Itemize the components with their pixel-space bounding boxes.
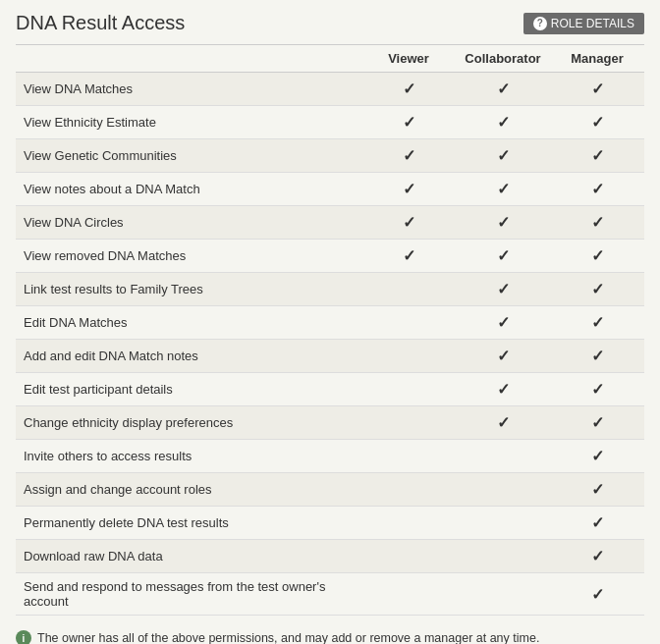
check-manager: ✓ (550, 573, 644, 616)
checkmark-icon: ✓ (591, 380, 604, 399)
check-manager: ✓ (550, 139, 644, 173)
col-viewer: Viewer (361, 45, 456, 73)
checkmark-icon: ✓ (497, 313, 510, 332)
table-row: Send and respond to messages from the te… (16, 573, 644, 616)
check-collaborator: ✓ (456, 240, 550, 273)
check-collaborator (456, 507, 550, 540)
feature-cell: Edit DNA Matches (16, 306, 361, 340)
check-collaborator: ✓ (456, 206, 550, 240)
check-collaborator (456, 473, 550, 507)
feature-cell: Add and edit DNA Match notes (16, 340, 361, 373)
table-row: Download raw DNA data✓ (16, 540, 644, 573)
feature-cell: Permanently delete DNA test results (16, 507, 361, 540)
check-viewer: ✓ (361, 240, 456, 273)
info-icon: ? (533, 17, 547, 30)
check-viewer (361, 406, 456, 440)
check-viewer (361, 373, 456, 406)
table-row: View removed DNA Matches✓✓✓ (16, 240, 644, 273)
feature-cell: Assign and change account roles (16, 473, 361, 507)
check-collaborator: ✓ (456, 306, 550, 340)
check-manager: ✓ (550, 440, 644, 473)
table-row: Add and edit DNA Match notes✓✓ (16, 340, 644, 373)
checkmark-icon: ✓ (403, 113, 415, 132)
checkmark-icon: ✓ (591, 246, 604, 265)
checkmark-icon: ✓ (591, 280, 604, 298)
permissions-table-wrapper: Viewer Collaborator Manager View DNA Mat… (16, 44, 644, 616)
checkmark-icon: ✓ (591, 80, 604, 98)
feature-cell: View notes about a DNA Match (16, 173, 361, 206)
checkmark-icon: ✓ (591, 213, 604, 232)
check-viewer: ✓ (361, 106, 456, 139)
feature-cell: Send and respond to messages from the te… (16, 573, 361, 616)
feature-cell: View removed DNA Matches (16, 240, 361, 273)
checkmark-icon: ✓ (591, 547, 604, 565)
check-collaborator: ✓ (456, 373, 550, 406)
check-manager: ✓ (550, 306, 644, 340)
check-manager: ✓ (550, 106, 644, 139)
checkmark-icon: ✓ (591, 447, 604, 465)
table-row: View Genetic Communities✓✓✓ (16, 139, 644, 173)
checkmark-icon: ✓ (497, 280, 510, 298)
check-viewer (361, 507, 456, 540)
check-collaborator (456, 440, 550, 473)
footer-info-icon: i (16, 630, 31, 644)
check-manager: ✓ (550, 373, 644, 406)
check-collaborator (456, 573, 550, 616)
checkmark-icon: ✓ (403, 80, 415, 98)
col-collaborator: Collaborator (456, 45, 550, 73)
check-viewer: ✓ (361, 206, 456, 240)
role-details-button[interactable]: ? ROLE DETAILS (523, 13, 644, 34)
col-feature (16, 45, 361, 73)
table-row: Edit test participant details✓✓ (16, 373, 644, 406)
check-manager: ✓ (550, 340, 644, 373)
check-viewer (361, 340, 456, 373)
checkmark-icon: ✓ (497, 347, 510, 365)
check-viewer (361, 440, 456, 473)
check-viewer (361, 473, 456, 507)
page-title: DNA Result Access (16, 12, 185, 34)
checkmark-icon: ✓ (403, 146, 415, 165)
check-viewer: ✓ (361, 73, 456, 106)
checkmark-icon: ✓ (497, 380, 510, 399)
feature-cell: Change ethnicity display preferences (16, 406, 361, 440)
feature-cell: Invite others to access results (16, 440, 361, 473)
table-row: View notes about a DNA Match✓✓✓ (16, 173, 644, 206)
checkmark-icon: ✓ (497, 180, 510, 198)
table-row: View DNA Matches✓✓✓ (16, 73, 644, 106)
checkmark-icon: ✓ (591, 480, 604, 499)
feature-cell: View DNA Matches (16, 73, 361, 106)
checkmark-icon: ✓ (497, 113, 510, 132)
table-row: Permanently delete DNA test results✓ (16, 507, 644, 540)
main-container: DNA Result Access ? ROLE DETAILS Viewer … (0, 0, 660, 644)
checkmark-icon: ✓ (591, 585, 604, 604)
checkmark-icon: ✓ (591, 146, 604, 165)
check-collaborator: ✓ (456, 139, 550, 173)
feature-cell: Link test results to Family Trees (16, 273, 361, 306)
check-collaborator (456, 540, 550, 573)
table-row: Change ethnicity display preferences✓✓ (16, 406, 644, 440)
check-manager: ✓ (550, 173, 644, 206)
check-collaborator: ✓ (456, 106, 550, 139)
feature-cell: Edit test participant details (16, 373, 361, 406)
check-manager: ✓ (550, 406, 644, 440)
check-viewer: ✓ (361, 173, 456, 206)
col-manager: Manager (550, 45, 644, 73)
check-viewer: ✓ (361, 139, 456, 173)
feature-cell: View Ethnicity Estimate (16, 106, 361, 139)
check-viewer (361, 540, 456, 573)
check-collaborator: ✓ (456, 340, 550, 373)
footer-note: i The owner has all of the above permiss… (16, 629, 644, 644)
table-row: Link test results to Family Trees✓✓ (16, 273, 644, 306)
footer-note-text: The owner has all of the above permissio… (37, 629, 539, 644)
checkmark-icon: ✓ (591, 513, 604, 532)
check-collaborator: ✓ (456, 273, 550, 306)
check-manager: ✓ (550, 540, 644, 573)
checkmark-icon: ✓ (591, 313, 604, 332)
table-row: Edit DNA Matches✓✓ (16, 306, 644, 340)
check-collaborator: ✓ (456, 173, 550, 206)
check-viewer (361, 306, 456, 340)
checkmark-icon: ✓ (403, 180, 415, 198)
check-manager: ✓ (550, 240, 644, 273)
check-collaborator: ✓ (456, 73, 550, 106)
feature-cell: Download raw DNA data (16, 540, 361, 573)
